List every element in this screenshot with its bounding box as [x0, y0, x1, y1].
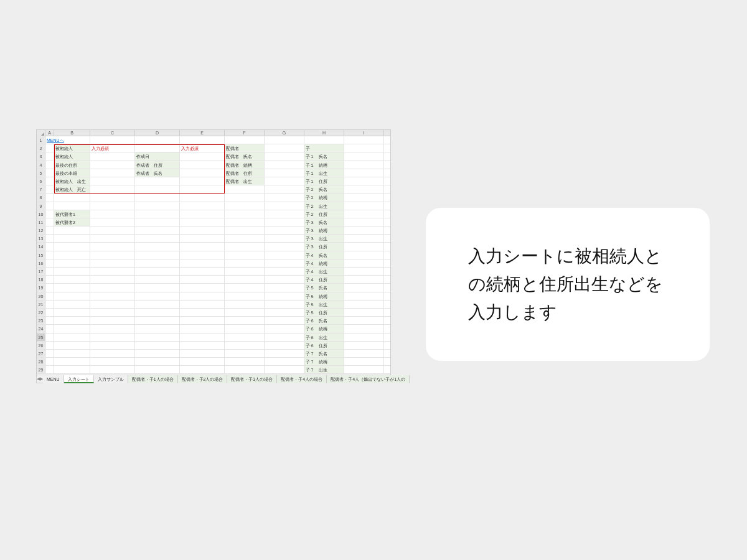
- cell-A26[interactable]: [45, 342, 54, 349]
- cell-C1[interactable]: [90, 136, 135, 144]
- cell-B29[interactable]: [54, 366, 90, 373]
- cell-C25[interactable]: [90, 334, 135, 341]
- cell-F16[interactable]: [225, 259, 265, 267]
- column-header-E[interactable]: E: [180, 130, 225, 136]
- cell-F1[interactable]: [225, 136, 265, 144]
- cell-A2[interactable]: [45, 144, 54, 152]
- cell-B2[interactable]: 被相続人: [54, 144, 90, 152]
- cell-B17[interactable]: [54, 268, 90, 275]
- sheet-tab-4[interactable]: 配偶者・子2人の場合: [178, 375, 228, 383]
- cell-I11[interactable]: [344, 218, 384, 226]
- cell-C22[interactable]: [90, 309, 135, 316]
- cell-B11[interactable]: 被代襲者2: [54, 218, 90, 226]
- cell-I26[interactable]: [344, 342, 384, 349]
- row-header-4[interactable]: 4: [37, 161, 45, 169]
- cell-F22[interactable]: [225, 309, 265, 316]
- cell-E2[interactable]: 入力必須: [180, 144, 225, 152]
- cell-F6[interactable]: 配偶者 出生: [225, 177, 265, 185]
- cell-A8[interactable]: [45, 194, 54, 201]
- cell-H22[interactable]: 子５ 住所: [304, 309, 344, 316]
- cell-D19[interactable]: [135, 284, 180, 291]
- sheet-tab-6[interactable]: 配偶者・子4人の場合: [277, 375, 327, 383]
- row-header-12[interactable]: 12: [37, 226, 45, 234]
- row-header-21[interactable]: 21: [37, 301, 45, 308]
- cell-G25[interactable]: [265, 334, 304, 341]
- cell-G23[interactable]: [265, 317, 304, 324]
- cell-F10[interactable]: [225, 210, 265, 218]
- cell-H23[interactable]: 子６ 氏名: [304, 317, 344, 324]
- cell-G22[interactable]: [265, 309, 304, 316]
- cell-B9[interactable]: [54, 202, 90, 210]
- cell-A5[interactable]: [45, 169, 54, 177]
- cell-H10[interactable]: 子２ 住所: [304, 210, 344, 218]
- cell-I7[interactable]: [344, 185, 384, 193]
- row-header-11[interactable]: 11: [37, 218, 45, 226]
- row-header-8[interactable]: 8: [37, 194, 45, 201]
- cell-I29[interactable]: [344, 366, 384, 373]
- cell-A13[interactable]: [45, 235, 54, 242]
- cell-I1[interactable]: [344, 136, 384, 144]
- cell-A22[interactable]: [45, 309, 54, 316]
- cell-D20[interactable]: [135, 292, 180, 300]
- cell-B7[interactable]: 被相続人 死亡: [54, 185, 90, 193]
- column-header-C[interactable]: C: [90, 130, 135, 136]
- cell-H26[interactable]: 子６ 住所: [304, 342, 344, 349]
- cell-B20[interactable]: [54, 292, 90, 300]
- cell-H4[interactable]: 子１ 続柄: [304, 161, 344, 169]
- cell-F5[interactable]: 配偶者 住所: [225, 169, 265, 177]
- row-header-15[interactable]: 15: [37, 251, 45, 259]
- cell-I15[interactable]: [344, 251, 384, 259]
- cell-C4[interactable]: [90, 161, 135, 169]
- row-header-3[interactable]: 3: [37, 152, 45, 160]
- cell-H1[interactable]: [304, 136, 344, 144]
- cell-E3[interactable]: [180, 152, 225, 160]
- row-header-28[interactable]: 28: [37, 358, 45, 365]
- cell-H12[interactable]: 子３ 続柄: [304, 226, 344, 234]
- cell-A25[interactable]: [45, 334, 54, 341]
- cell-B10[interactable]: 被代襲者1: [54, 210, 90, 218]
- cell-C18[interactable]: [90, 276, 135, 283]
- cell-E24[interactable]: [180, 325, 225, 332]
- cell-E21[interactable]: [180, 301, 225, 308]
- cell-E25[interactable]: [180, 334, 225, 341]
- cell-I13[interactable]: [344, 235, 384, 242]
- cell-B13[interactable]: [54, 235, 90, 242]
- cell-F25[interactable]: [225, 334, 265, 341]
- row-header-29[interactable]: 29: [37, 366, 45, 373]
- cell-D1[interactable]: [135, 136, 180, 144]
- row-header-13[interactable]: 13: [37, 235, 45, 242]
- cell-H29[interactable]: 子７ 出生: [304, 366, 344, 373]
- cell-H3[interactable]: 子１ 氏名: [304, 152, 344, 160]
- select-all-corner[interactable]: [37, 130, 45, 136]
- cell-G16[interactable]: [265, 259, 304, 267]
- cell-C5[interactable]: [90, 169, 135, 177]
- cell-F14[interactable]: [225, 243, 265, 250]
- cell-E17[interactable]: [180, 268, 225, 275]
- cell-H6[interactable]: 子１ 住所: [304, 177, 344, 185]
- cell-I25[interactable]: [344, 334, 384, 341]
- cell-I9[interactable]: [344, 202, 384, 210]
- cell-D26[interactable]: [135, 342, 180, 349]
- row-header-22[interactable]: 22: [37, 309, 45, 316]
- cell-E7[interactable]: [180, 185, 225, 193]
- cell-B18[interactable]: [54, 276, 90, 283]
- cell-E4[interactable]: [180, 161, 225, 169]
- cell-D12[interactable]: [135, 226, 180, 234]
- cell-G15[interactable]: [265, 251, 304, 259]
- cell-I17[interactable]: [344, 268, 384, 275]
- cell-I4[interactable]: [344, 161, 384, 169]
- cell-A6[interactable]: [45, 177, 54, 185]
- cell-G17[interactable]: [265, 268, 304, 275]
- cell-A12[interactable]: [45, 226, 54, 234]
- cell-G3[interactable]: [265, 152, 304, 160]
- cell-F19[interactable]: [225, 284, 265, 291]
- cell-G28[interactable]: [265, 358, 304, 365]
- cell-H13[interactable]: 子３ 出生: [304, 235, 344, 242]
- cell-B23[interactable]: [54, 317, 90, 324]
- row-header-23[interactable]: 23: [37, 317, 45, 324]
- cell-F11[interactable]: [225, 218, 265, 226]
- cell-D6[interactable]: [135, 177, 180, 185]
- row-header-26[interactable]: 26: [37, 342, 45, 349]
- cell-I20[interactable]: [344, 292, 384, 300]
- cell-I2[interactable]: [344, 144, 384, 152]
